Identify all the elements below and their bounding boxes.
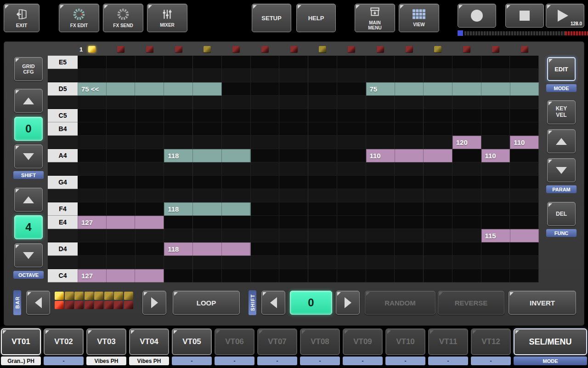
grid-cell[interactable] [193,69,222,82]
bar-cell[interactable] [65,292,74,300]
grid-cell[interactable] [452,242,481,256]
track-tab-vt09[interactable]: VT09 [343,328,383,355]
grid-cell[interactable] [107,202,136,216]
piano-key-black[interactable] [48,229,78,242]
grid-cell[interactable] [366,242,395,256]
grid-cell[interactable] [164,96,193,109]
note[interactable]: 110 [510,136,539,149]
octave-up-button[interactable] [14,188,43,212]
grid-cell[interactable] [481,202,510,216]
step-marker-icon[interactable] [146,46,153,52]
shift-amount-display[interactable]: 0 [290,291,332,315]
grid-cell[interactable] [107,176,136,189]
note[interactable]: 75 [366,82,539,96]
bar-cell[interactable] [114,292,123,300]
grid-cell[interactable] [424,96,452,109]
grid-cell[interactable] [251,96,280,109]
grid-cell[interactable] [424,69,452,82]
grid-cell[interactable] [510,149,539,162]
step-marker-icon[interactable] [261,46,269,52]
grid-cell[interactable] [424,56,452,69]
grid-cell[interactable] [337,69,366,82]
grid-cell[interactable] [222,109,251,122]
grid-cell[interactable] [107,189,136,202]
grid-cell[interactable] [308,202,337,216]
piano-key-C4[interactable]: C4 [48,269,78,282]
note[interactable]: 110 [481,149,510,162]
grid-cell[interactable] [279,202,308,216]
grid-cell[interactable] [136,202,164,216]
grid-cell[interactable] [164,109,193,122]
shift-left-button[interactable] [261,291,285,315]
grid-cell[interactable] [136,69,164,82]
grid-cell[interactable] [136,229,164,242]
note[interactable]: 127 [78,216,164,229]
track-tab-vt07[interactable]: VT07 [257,328,297,355]
grid-cell[interactable] [366,96,395,109]
grid-cell[interactable] [510,56,539,69]
grid-cell[interactable] [279,96,308,109]
grid-cell[interactable] [279,122,308,136]
grid-cell[interactable] [78,189,107,202]
grid-cell[interactable] [424,176,452,189]
grid-cell[interactable] [452,56,481,69]
grid-cell[interactable] [337,242,366,256]
loop-button[interactable]: LOOP [173,291,240,315]
grid-cell[interactable] [193,56,222,69]
grid-cell[interactable] [222,82,251,96]
step-marker-icon[interactable] [434,46,441,52]
grid-cell[interactable] [366,229,395,242]
exit-button[interactable]: EXIT [4,4,40,32]
grid-cell[interactable] [337,256,366,269]
grid-cell[interactable] [107,149,136,162]
setup-button[interactable]: SETUP [252,4,291,32]
grid-cell[interactable] [424,256,452,269]
sel-menu-button[interactable]: SEL/MENU [514,328,587,355]
grid-cell[interactable] [107,162,136,176]
grid-cell[interactable] [337,82,366,96]
grid-cell[interactable] [222,122,251,136]
track-tab-vt12[interactable]: VT12 [471,328,511,355]
grid-cell[interactable] [279,56,308,69]
grid-cell[interactable] [337,176,366,189]
grid-cell[interactable] [308,189,337,202]
grid-cell[interactable] [481,176,510,189]
grid-cell[interactable] [366,176,395,189]
grid-cell[interactable] [164,69,193,82]
play-button[interactable]: 128.0 [546,4,584,28]
grid-cell[interactable] [164,189,193,202]
grid-cell[interactable] [78,122,107,136]
step-marker-icon[interactable] [377,46,384,52]
grid-cell[interactable] [395,189,424,202]
grid-cell[interactable] [308,96,337,109]
grid-cell[interactable] [395,269,424,282]
grid-cell[interactable] [193,229,222,242]
grid-cell[interactable] [279,162,308,176]
grid-cell[interactable] [395,136,424,149]
grid-cell[interactable] [78,109,107,122]
grid-cell[interactable] [366,56,395,69]
grid-cell[interactable] [136,176,164,189]
grid-cell[interactable] [164,176,193,189]
grid-cell[interactable] [164,229,193,242]
grid-cell[interactable] [164,56,193,69]
piano-key-G4[interactable]: G4 [48,176,78,189]
grid-cell[interactable] [395,162,424,176]
bar-cell[interactable] [114,301,123,309]
param-up-button[interactable] [547,129,576,153]
grid-cell[interactable] [452,216,481,229]
grid-cell[interactable] [107,96,136,109]
grid-cell[interactable] [510,216,539,229]
octave-down-button[interactable] [14,243,43,267]
track-tab-vt06[interactable]: VT06 [215,328,254,355]
grid-cell[interactable] [395,242,424,256]
grid-cell[interactable] [424,269,452,282]
grid-cell[interactable] [279,109,308,122]
grid-cell[interactable] [222,69,251,82]
note[interactable]: 118 [164,202,250,216]
track-tab-vt08[interactable]: VT08 [300,328,340,355]
grid-cell[interactable] [424,189,452,202]
grid-cell[interactable] [366,122,395,136]
grid-cell[interactable] [107,122,136,136]
grid-cell[interactable] [279,242,308,256]
